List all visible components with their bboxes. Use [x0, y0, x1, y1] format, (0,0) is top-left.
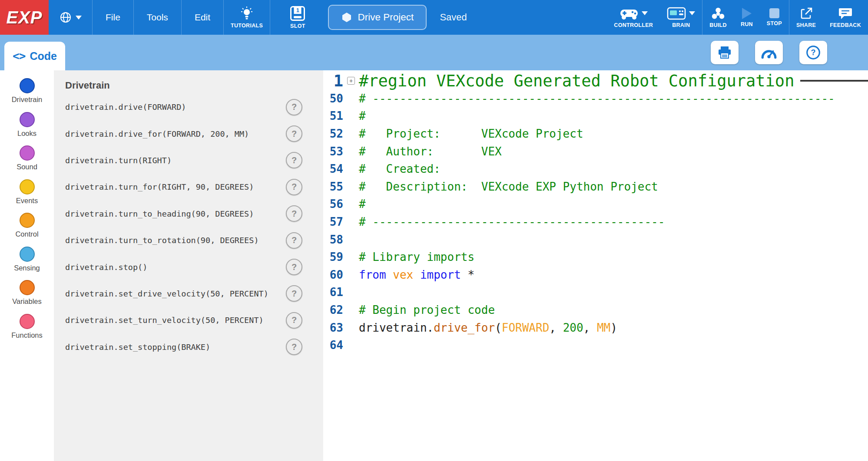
editor-line[interactable]: 63drivetrain.drive_for(FORWARD, 200, MM)	[323, 319, 868, 336]
command-row[interactable]: drivetrain.turn_to_rotation(90, DEGREES)…	[65, 227, 323, 254]
command-help-button[interactable]: ?	[286, 125, 302, 142]
editor-line[interactable]: 61	[323, 283, 868, 301]
code-editor[interactable]: 1+#region VEXcode Generated Robot Config…	[323, 70, 868, 461]
exp-logo: EXP	[0, 0, 49, 35]
command-text[interactable]: drivetrain.turn_to_heading(90, DEGREES)	[65, 209, 286, 218]
command-row[interactable]: drivetrain.set_stopping(BRAKE)?	[65, 334, 323, 360]
print-console-button[interactable]	[711, 41, 739, 64]
feedback-button[interactable]: FEEDBACK	[823, 0, 868, 35]
editor-line[interactable]: 50# ------------------------------------…	[323, 90, 868, 108]
command-row[interactable]: drivetrain.drive_for(FORWARD, 200, MM)?	[65, 120, 323, 147]
line-number: 63	[323, 321, 343, 334]
command-row[interactable]: drivetrain.turn(RIGHT)?	[65, 147, 323, 174]
line-number: 60	[323, 268, 343, 281]
build-button[interactable]: BUILD	[702, 0, 734, 35]
tutorials-button[interactable]: TUTORIALS	[224, 0, 270, 35]
command-row[interactable]: drivetrain.drive(FORWARD)?	[65, 94, 323, 120]
editor-line[interactable]: 62# Begin project code	[323, 301, 868, 319]
brain-button[interactable]: BRAIN	[660, 0, 702, 35]
run-button[interactable]: RUN	[734, 0, 760, 35]
category-sound[interactable]: Sound	[0, 145, 54, 179]
code-token: #	[359, 109, 366, 122]
line-number: 51	[323, 109, 343, 122]
category-variables[interactable]: Variables	[0, 280, 54, 314]
help-button[interactable]: ?	[799, 41, 827, 64]
code-token: drivetrain.	[359, 321, 434, 334]
command-row[interactable]: drivetrain.stop()?	[65, 254, 323, 280]
editor-line[interactable]: 58	[323, 230, 868, 248]
code-text: # Begin project code	[359, 303, 495, 316]
stop-button[interactable]: STOP	[760, 0, 789, 35]
code-token: 200	[563, 321, 583, 334]
controller-button[interactable]: CONTROLLER	[607, 0, 660, 35]
code-token: drive_for	[434, 321, 495, 334]
slot-button[interactable]: 1 SLOT	[283, 0, 312, 35]
code-token	[386, 268, 393, 281]
command-help-button[interactable]: ?	[286, 99, 302, 115]
editor-line[interactable]: 60from vex import *	[323, 266, 868, 284]
command-help-button[interactable]: ?	[286, 179, 302, 195]
command-text[interactable]: drivetrain.set_stopping(BRAKE)	[65, 342, 286, 352]
command-help-button[interactable]: ?	[286, 205, 302, 222]
code-tab-label: Code	[30, 50, 57, 63]
command-help-button[interactable]: ?	[286, 312, 302, 329]
code-token: #region VEXcode Generated Robot Configur…	[359, 72, 794, 90]
command-text[interactable]: drivetrain.drive_for(FORWARD, 200, MM)	[65, 129, 286, 138]
editor-line[interactable]: 51#	[323, 107, 868, 125]
category-drivetrain[interactable]: Drivetrain	[0, 78, 54, 112]
command-row[interactable]: drivetrain.turn_for(RIGHT, 90, DEGREES)?	[65, 174, 323, 200]
command-help-button[interactable]: ?	[286, 232, 302, 249]
build-label: BUILD	[709, 22, 727, 28]
command-text[interactable]: drivetrain.turn_to_rotation(90, DEGREES)	[65, 236, 286, 245]
category-functions[interactable]: Functions	[0, 314, 54, 348]
device-dashboard-button[interactable]	[755, 41, 783, 64]
editor-line[interactable]: 55# Description: VEXcode EXP Python Proj…	[323, 178, 868, 196]
command-text[interactable]: drivetrain.stop()	[65, 263, 286, 272]
editor-line[interactable]: 56#	[323, 195, 868, 213]
line-number: 58	[323, 233, 343, 246]
command-text[interactable]: drivetrain.set_drive_velocity(50, PERCEN…	[65, 289, 286, 298]
command-text[interactable]: drivetrain.set_turn_velocity(50, PERCENT…	[65, 316, 286, 325]
share-button[interactable]: SHARE	[789, 0, 823, 35]
editor-line[interactable]: 59# Library imports	[323, 248, 868, 266]
category-events[interactable]: Events	[0, 179, 54, 213]
command-help-button[interactable]: ?	[286, 152, 302, 168]
menu-file[interactable]: File	[93, 0, 133, 35]
command-text[interactable]: drivetrain.drive(FORWARD)	[65, 102, 286, 112]
command-row[interactable]: drivetrain.set_turn_velocity(50, PERCENT…	[65, 307, 323, 333]
menu-tools[interactable]: Tools	[134, 0, 181, 35]
category-label: Drivetrain	[12, 95, 43, 104]
command-row[interactable]: drivetrain.turn_to_heading(90, DEGREES)?	[65, 201, 323, 227]
category-looks[interactable]: Looks	[0, 112, 54, 146]
language-selector[interactable]	[49, 0, 92, 35]
sensing-category-icon	[20, 247, 35, 262]
editor-line[interactable]: 52# Project: VEXcode Project	[323, 125, 868, 143]
command-text[interactable]: drivetrain.turn(RIGHT)	[65, 156, 286, 165]
command-help-button[interactable]: ?	[286, 339, 302, 355]
editor-line[interactable]: 54# Created:	[323, 160, 868, 178]
command-help-button[interactable]: ?	[286, 285, 302, 302]
chevron-down-icon	[689, 11, 695, 15]
fold-expand-icon[interactable]: +	[347, 77, 355, 85]
code-token: # Author: VEX	[359, 145, 502, 158]
code-text: # Project: VEXcode Project	[359, 127, 583, 140]
category-sensing[interactable]: Sensing	[0, 247, 54, 280]
code-text: #	[359, 198, 366, 211]
editor-line[interactable]: 57# ------------------------------------…	[323, 213, 868, 231]
fold-gutter: +	[343, 77, 359, 85]
command-help-button[interactable]: ?	[286, 259, 302, 275]
stop-label: STOP	[767, 20, 782, 26]
build-icon	[711, 7, 726, 20]
menu-edit[interactable]: Edit	[182, 0, 223, 35]
category-control[interactable]: Control	[0, 213, 54, 247]
controller-icon	[620, 7, 639, 20]
looks-category-icon	[20, 112, 35, 127]
command-text[interactable]: drivetrain.turn_for(RIGHT, 90, DEGREES)	[65, 182, 286, 191]
project-name-button[interactable]: Drive Project	[328, 5, 427, 30]
tab-code[interactable]: <> Code	[4, 42, 65, 70]
command-row[interactable]: drivetrain.set_drive_velocity(50, PERCEN…	[65, 280, 323, 307]
editor-line[interactable]: 53# Author: VEX	[323, 142, 868, 160]
code-text: #region VEXcode Generated Robot Configur…	[359, 72, 794, 90]
editor-line[interactable]: 1+#region VEXcode Generated Robot Config…	[323, 72, 868, 90]
editor-line[interactable]: 64	[323, 336, 868, 354]
